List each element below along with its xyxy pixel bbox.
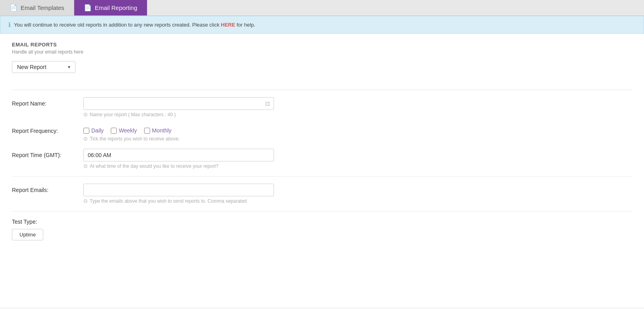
main-content: EMAIL REPORTS Handle all your email repo… <box>0 34 644 308</box>
frequency-hint: ⊙ Tick the reports you wish to receive a… <box>83 136 632 142</box>
report-emails-hint: ⊙ Type the emails above that you wish to… <box>83 198 632 204</box>
report-select-label: New Report <box>17 64 46 70</box>
report-name-hint: ⊙ Name your report ( Max characters : 40… <box>83 111 632 117</box>
frequency-weekly-item[interactable]: Weekly <box>111 127 137 134</box>
test-type-label: Test Type: <box>12 219 632 225</box>
report-frequency-row: Report Frequency: Daily Weekly Monthly <box>12 125 632 134</box>
here-link[interactable]: HERE <box>221 22 235 28</box>
chevron-down-icon: ▾ <box>68 64 70 70</box>
frequency-monthly-label: Monthly <box>152 127 172 134</box>
report-emails-label: Report Emails: <box>12 184 83 193</box>
input-counter-icon: ⊡ <box>265 100 270 107</box>
report-name-row: Report Name: ⊡ <box>12 97 632 110</box>
divider-2 <box>12 176 632 177</box>
info-banner: ℹ You will continue to receive old repor… <box>0 16 644 34</box>
report-time-input[interactable] <box>83 149 274 161</box>
section-title: EMAIL REPORTS <box>12 42 632 48</box>
frequency-weekly-checkbox[interactable] <box>111 128 117 134</box>
tab-email-reporting-label: Email Reporting <box>95 4 137 11</box>
hint-icon-frequency: ⊙ <box>83 136 88 142</box>
report-time-label: Report Time (GMT): <box>12 149 83 158</box>
divider-3 <box>12 211 632 211</box>
report-time-hint: ⊙ At what time of the day would you like… <box>83 163 632 169</box>
tab-email-templates[interactable]: 📄 Email Templates <box>0 0 74 15</box>
report-time-row: Report Time (GMT): <box>12 149 632 161</box>
frequency-monthly-checkbox[interactable] <box>144 128 150 134</box>
frequency-checkbox-group: Daily Weekly Monthly <box>83 125 172 134</box>
test-type-section: Test Type: Uptime <box>12 219 632 240</box>
email-templates-icon: 📄 <box>10 4 17 12</box>
report-name-input-wrapper: ⊡ <box>83 97 274 110</box>
frequency-monthly-item[interactable]: Monthly <box>144 127 172 134</box>
uptime-button[interactable]: Uptime <box>12 229 43 240</box>
frequency-daily-item[interactable]: Daily <box>83 127 104 134</box>
email-reporting-icon: 📄 <box>84 4 92 12</box>
tab-email-reporting[interactable]: 📄 Email Reporting <box>74 0 147 15</box>
section-subtitle: Handle all your email reports here <box>12 49 632 55</box>
report-name-input[interactable] <box>83 97 274 110</box>
divider-1 <box>12 90 632 90</box>
hint-icon-time: ⊙ <box>83 163 88 169</box>
tab-email-templates-label: Email Templates <box>21 4 64 11</box>
frequency-daily-label: Daily <box>91 127 104 134</box>
hint-icon-name: ⊙ <box>83 111 88 117</box>
report-frequency-label: Report Frequency: <box>12 125 83 134</box>
report-name-label: Report Name: <box>12 97 83 107</box>
new-report-dropdown[interactable]: New Report ▾ <box>12 61 75 73</box>
frequency-daily-checkbox[interactable] <box>83 128 89 134</box>
report-emails-input[interactable] <box>83 184 274 196</box>
report-emails-row: Report Emails: <box>12 184 632 196</box>
hint-icon-emails: ⊙ <box>83 198 88 204</box>
tab-bar: 📄 Email Templates 📄 Email Reporting <box>0 0 644 16</box>
info-icon: ℹ <box>8 21 11 29</box>
frequency-weekly-label: Weekly <box>119 127 137 134</box>
banner-text: You will continue to receive old reports… <box>14 22 255 28</box>
